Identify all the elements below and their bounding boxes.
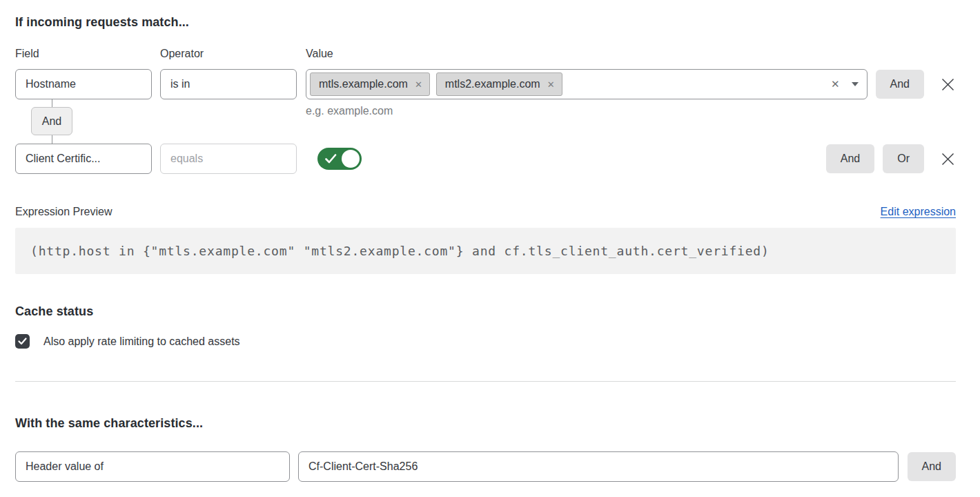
value-tag: mtls.example.com ✕ [310,72,430,96]
operator-select-1[interactable]: is in [160,69,297,99]
cert-verified-toggle[interactable] [317,148,362,170]
expression-code: (http.host in {"mtls.example.com" "mtls2… [30,244,770,258]
operator-column-label: Operator [160,48,306,60]
expression-preview-label: Expression Preview [15,206,112,218]
and-connector-button[interactable]: And [31,107,72,135]
characteristic-select[interactable]: Header value of [15,451,290,482]
characteristics-title: With the same characteristics... [15,416,956,431]
close-icon [941,77,955,92]
cache-checkbox-row: Also apply rate limiting to cached asset… [15,334,956,349]
value-tag-text: mtls2.example.com [445,78,540,90]
value-tag-text: mtls.example.com [319,78,408,90]
cached-assets-checkbox-label: Also apply rate limiting to cached asset… [43,335,240,348]
value-multiselect[interactable]: mtls.example.com ✕ mtls2.example.com ✕ ✕ [306,69,868,99]
clear-values-icon[interactable]: ✕ [831,78,840,90]
operator-select-1-value: is in [170,78,190,90]
and-button-row2[interactable]: And [826,144,874,173]
remove-row-1-button[interactable] [939,76,956,92]
header-name-input[interactable] [298,451,899,482]
tag-remove-icon[interactable]: ✕ [547,80,555,89]
field-select-2-value: Client Certific... [26,153,100,165]
expression-code-block: (http.host in {"mtls.example.com" "mtls2… [15,228,956,274]
column-labels: Field Operator Value [15,48,956,60]
check-icon [325,154,337,164]
value-helper-text: e.g. example.com [306,105,393,117]
tag-remove-icon[interactable]: ✕ [415,80,422,89]
field-select-1[interactable]: Hostname [15,69,152,99]
value-column-label: Value [306,48,956,60]
value-tag: mtls2.example.com ✕ [436,72,562,96]
and-button-row1[interactable]: And [876,70,924,99]
and-button-characteristics[interactable]: And [908,452,956,481]
field-column-label: Field [15,48,160,60]
toggle-knob [342,150,360,168]
rule-row-2: Client Certific... equals And Or [15,144,956,174]
operator-select-2-value: equals [170,153,203,165]
field-select-2[interactable]: Client Certific... [15,144,152,174]
check-icon [18,338,27,345]
field-select-1-value: Hostname [26,78,76,90]
rule-builder: If incoming requests match... Field Oper… [0,0,980,482]
close-icon [941,152,955,166]
cached-assets-checkbox[interactable] [15,334,30,349]
chevron-down-icon[interactable] [852,82,859,86]
connector-region: And e.g. example.com [15,99,956,144]
remove-row-2-button[interactable] [939,150,956,167]
section-divider [15,381,956,382]
cache-status-title: Cache status [15,304,956,319]
value-tags: mtls.example.com ✕ mtls2.example.com ✕ [310,72,831,96]
characteristics-row: Header value of And [15,451,956,482]
match-section-title: If incoming requests match... [15,15,956,30]
characteristic-select-value: Header value of [26,460,104,473]
rule-row-1: Hostname is in mtls.example.com ✕ mtls2.… [15,69,956,99]
operator-select-2: equals [160,144,297,174]
or-button-row2[interactable]: Or [883,144,924,173]
edit-expression-link[interactable]: Edit expression [881,206,956,218]
expression-preview-header: Expression Preview Edit expression [15,206,956,218]
